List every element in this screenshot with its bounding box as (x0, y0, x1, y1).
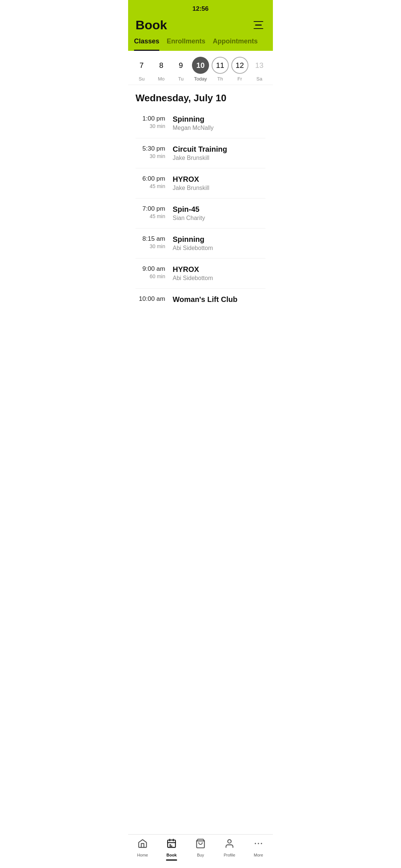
class-time: 1:00 pm 30 min (136, 115, 165, 129)
time-duration: 30 min (136, 243, 165, 249)
time-main: 7:00 pm (136, 205, 165, 213)
class-name: Woman's Lift Club (173, 295, 265, 304)
class-name: HYROX (173, 265, 265, 274)
class-instructor: Sian Charity (173, 215, 265, 221)
table-row[interactable]: 6:00 pm 45 min HYROX Jake Brunskill (136, 168, 265, 198)
tab-enrollments[interactable]: Enrollments (167, 37, 205, 51)
day-number-7: 7 (133, 57, 150, 74)
day-label-mo: Mo (158, 76, 164, 82)
filter-button[interactable] (254, 20, 265, 30)
time-duration: 45 min (136, 213, 165, 219)
time-duration: 60 min (136, 273, 165, 279)
class-time: 10:00 am (136, 295, 165, 303)
class-instructor: Abi Sidebottom (173, 275, 265, 282)
class-time: 9:00 am 60 min (136, 265, 165, 279)
day-number-8: 8 (153, 57, 170, 74)
tab-appointments[interactable]: Appointments (213, 37, 258, 51)
header: Book (128, 15, 273, 32)
day-label-th: Th (217, 76, 223, 82)
calendar-day-12[interactable]: 12 Fr (231, 57, 248, 82)
class-info: HYROX Abi Sidebottom (173, 265, 265, 282)
page-title: Book (136, 18, 167, 32)
calendar-day-10[interactable]: 10 Today (192, 57, 209, 82)
day-label-tu: Tu (178, 76, 184, 82)
day-label-fr: Fr (238, 76, 242, 82)
day-label-sa: Sa (257, 76, 263, 82)
class-time: 5:30 pm 30 min (136, 145, 165, 159)
tab-classes[interactable]: Classes (134, 37, 159, 51)
calendar-days-row: 7 Su 8 Mo 9 Tu 10 Today 11 Th 12 Fr 13 S… (132, 57, 269, 82)
tab-bar: Classes Enrollments Appointments (128, 32, 273, 51)
time-main: 9:00 am (136, 265, 165, 273)
class-time: 6:00 pm 45 min (136, 175, 165, 189)
class-info: Spinning Megan McNally (173, 115, 265, 131)
time-main: 1:00 pm (136, 115, 165, 122)
day-number-13: 13 (251, 57, 268, 74)
filter-line-1 (254, 21, 263, 22)
time-duration: 30 min (136, 153, 165, 159)
class-info: Spinning Abi Sidebottom (173, 235, 265, 251)
day-label-today: Today (194, 76, 207, 82)
calendar-day-13[interactable]: 13 Sa (251, 57, 268, 82)
status-time: 12:56 (192, 5, 208, 12)
status-bar: 12:56 (128, 0, 273, 15)
class-name: Spinning (173, 235, 265, 244)
class-name: HYROX (173, 175, 265, 184)
calendar-day-9[interactable]: 9 Tu (172, 57, 189, 82)
time-main: 10:00 am (136, 295, 165, 303)
calendar-day-7[interactable]: 7 Su (133, 57, 150, 82)
table-row[interactable]: 8:15 am 30 min Spinning Abi Sidebottom (136, 228, 265, 259)
calendar-day-8[interactable]: 8 Mo (153, 57, 170, 82)
filter-line-2 (255, 24, 262, 26)
day-number-12: 12 (231, 57, 248, 74)
class-name: Circuit Training (173, 145, 265, 154)
table-row[interactable]: 1:00 pm 30 min Spinning Megan McNally (136, 108, 265, 138)
time-duration: 45 min (136, 183, 165, 189)
class-info: Spin-45 Sian Charity (173, 205, 265, 221)
calendar-day-11[interactable]: 11 Th (212, 57, 229, 82)
class-time: 7:00 pm 45 min (136, 205, 165, 219)
class-instructor: Megan McNally (173, 125, 265, 131)
table-row[interactable]: 9:00 am 60 min HYROX Abi Sidebottom (136, 259, 265, 289)
class-instructor: Abi Sidebottom (173, 245, 265, 251)
time-duration: 30 min (136, 123, 165, 129)
day-number-10: 10 (192, 57, 209, 74)
table-row[interactable]: 5:30 pm 30 min Circuit Training Jake Bru… (136, 138, 265, 168)
table-row[interactable]: 10:00 am Woman's Lift Club (136, 289, 265, 312)
day-label-su: Su (138, 76, 144, 82)
class-name: Spin-45 (173, 205, 265, 214)
class-name: Spinning (173, 115, 265, 124)
day-number-9: 9 (172, 57, 189, 74)
class-info: HYROX Jake Brunskill (173, 175, 265, 191)
day-number-11: 11 (212, 57, 229, 74)
time-main: 8:15 am (136, 235, 165, 243)
class-info: Woman's Lift Club (173, 295, 265, 305)
class-list: 1:00 pm 30 min Spinning Megan McNally 5:… (128, 108, 273, 312)
time-main: 6:00 pm (136, 175, 165, 183)
filter-line-3 (254, 28, 263, 29)
table-row[interactable]: 7:00 pm 45 min Spin-45 Sian Charity (136, 198, 265, 228)
calendar: 7 Su 8 Mo 9 Tu 10 Today 11 Th 12 Fr 13 S… (128, 51, 273, 85)
class-info: Circuit Training Jake Brunskill (173, 145, 265, 161)
time-main: 5:30 pm (136, 145, 165, 152)
class-instructor: Jake Brunskill (173, 185, 265, 191)
class-time: 8:15 am 30 min (136, 235, 165, 249)
class-instructor: Jake Brunskill (173, 155, 265, 161)
date-heading: Wednesday, July 10 (128, 85, 273, 108)
